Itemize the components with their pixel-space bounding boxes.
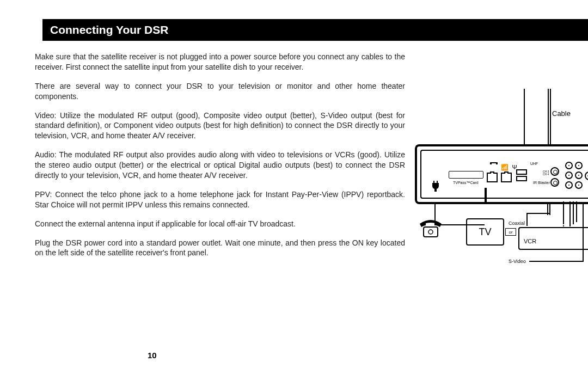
usb-port	[516, 176, 527, 181]
paragraph: Make sure that the satellite receiver is…	[35, 52, 405, 72]
paragraph: There are several way to connect your DS…	[35, 81, 405, 102]
rca-port	[575, 181, 583, 189]
paragraph: Plug the DSR power cord into a standard …	[35, 238, 405, 259]
section-title: Connecting Your DSR	[50, 23, 168, 36]
phone-jack-icon	[489, 162, 498, 169]
ir-blaster-label: IR Blaster	[533, 181, 550, 185]
coax-port	[550, 167, 559, 176]
cable-label: Cable	[552, 109, 571, 118]
rca-port	[575, 171, 583, 179]
svg-rect-0	[424, 227, 438, 237]
power-plug-icon	[431, 181, 440, 192]
telephone-icon	[417, 218, 444, 239]
cable-in-line	[548, 89, 551, 146]
antenna-line	[524, 89, 525, 144]
body-text: Make sure that the satellite receiver is…	[35, 52, 405, 267]
rca-wire-bundle	[563, 201, 585, 225]
tvpass-card-slot	[449, 171, 483, 179]
rca-port	[575, 162, 583, 169]
wire	[485, 188, 487, 204]
page-number: 10	[148, 351, 157, 360]
tvpass-card-label: TVPass™Card	[453, 181, 479, 185]
uhf-label: UHF	[530, 162, 538, 166]
svideo-label: S-Video	[509, 259, 526, 264]
paragraph: PPV: Connect the telco phone jack to a h…	[35, 189, 405, 210]
paragraph: Audio: The modulated RF output also prov…	[35, 150, 405, 181]
or-label: or	[505, 228, 516, 236]
vcr-box: VCR	[518, 227, 588, 250]
connection-diagram: Cable TVPass™Card 📶 Ψ	[415, 101, 588, 269]
tv-box: TV	[466, 218, 504, 246]
tv-label: TV	[479, 226, 491, 238]
wire	[526, 213, 550, 226]
channel-labels: CH 3 CH 4	[543, 170, 549, 176]
rca-port	[565, 171, 573, 179]
manual-page: Connecting Your DSR Make sure that the s…	[0, 0, 588, 380]
panel-inner: TVPass™Card 📶 Ψ UHF IR Blaster CH 3	[420, 150, 588, 199]
signal-icon: 📶	[501, 164, 509, 171]
paragraph: Video: Utilize the modulated RF output (…	[35, 111, 405, 142]
vcr-label: VCR	[524, 238, 536, 244]
rj-port	[487, 173, 498, 182]
paragraph: Connect the external antenna input if ap…	[35, 219, 405, 229]
coax-port	[550, 178, 559, 187]
wire	[529, 261, 584, 262]
svg-point-1	[428, 230, 433, 234]
rj-port	[501, 173, 512, 182]
usb-port	[516, 169, 527, 175]
coaxial-label: Coaxial	[509, 220, 525, 226]
rca-port	[565, 181, 573, 189]
section-header: Connecting Your DSR	[42, 19, 588, 41]
receiver-rear-panel: TVPass™Card 📶 Ψ UHF IR Blaster CH 3	[415, 144, 588, 204]
usb-ports	[516, 169, 527, 183]
svideo-port	[585, 171, 588, 180]
rca-port	[565, 162, 573, 169]
